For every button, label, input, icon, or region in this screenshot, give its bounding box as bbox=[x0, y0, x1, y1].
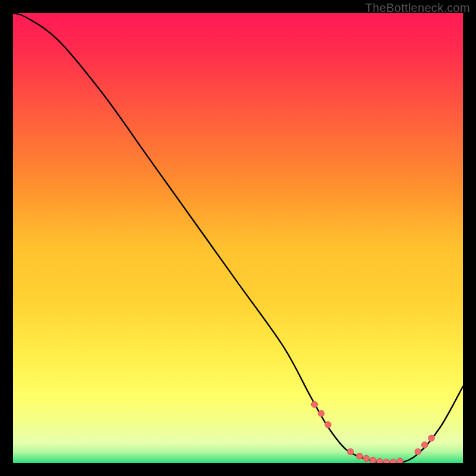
highlight-point bbox=[377, 459, 383, 463]
highlight-point bbox=[370, 457, 376, 463]
gradient-background bbox=[13, 13, 463, 463]
highlight-point bbox=[325, 422, 331, 428]
highlight-point bbox=[428, 435, 434, 441]
highlight-point bbox=[415, 449, 421, 455]
watermark-label: TheBottleneck.com bbox=[365, 1, 470, 15]
highlight-point bbox=[356, 453, 362, 459]
plot-area bbox=[13, 13, 463, 463]
bottleneck-chart bbox=[13, 13, 463, 463]
highlight-point bbox=[347, 449, 353, 455]
highlight-point bbox=[397, 458, 403, 463]
highlight-point bbox=[422, 442, 428, 448]
highlight-point bbox=[318, 411, 324, 416]
chart-frame: TheBottleneck.com bbox=[0, 0, 476, 476]
highlight-point bbox=[363, 455, 369, 461]
highlight-point bbox=[383, 459, 389, 463]
highlight-point bbox=[390, 459, 396, 463]
highlight-point bbox=[311, 402, 317, 408]
